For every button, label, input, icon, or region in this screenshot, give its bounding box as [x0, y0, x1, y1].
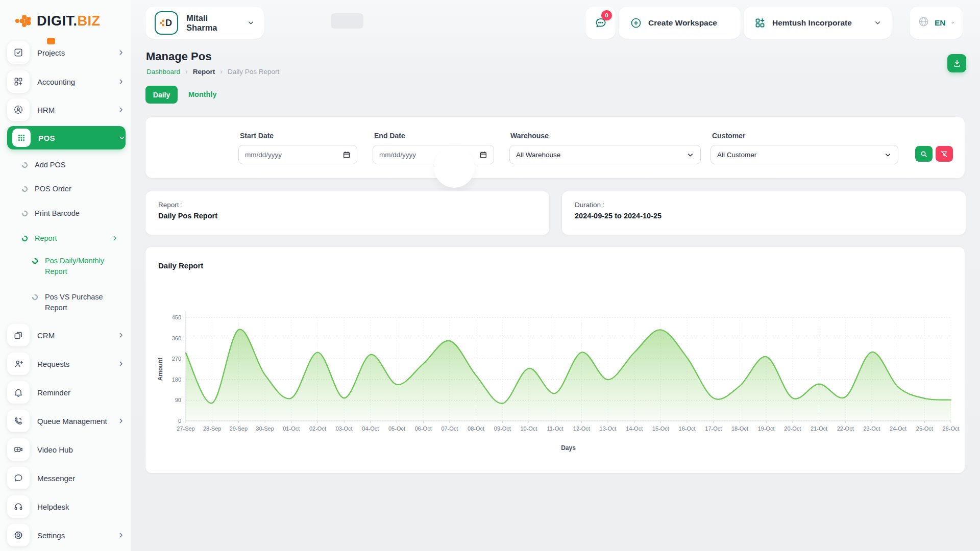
download-button[interactable] — [947, 54, 966, 72]
svg-text:26-Oct: 26-Oct — [942, 425, 959, 432]
report-summary-card: Report : Daily Pos Report — [145, 191, 549, 235]
svg-text:16-Oct: 16-Oct — [679, 425, 696, 432]
duration-value: 2024-09-25 to 2024-10-25 — [575, 212, 662, 220]
svg-text:21-Oct: 21-Oct — [811, 425, 827, 432]
svg-text:180: 180 — [172, 377, 181, 383]
tab-daily[interactable]: Daily — [145, 86, 178, 104]
sidebar-item-reminder[interactable]: Reminder — [7, 381, 125, 404]
svg-text:28-Sep: 28-Sep — [203, 425, 221, 432]
chat-badge: 0 — [601, 10, 612, 20]
bell-icon — [7, 381, 30, 404]
end-date-label: End Date — [374, 132, 405, 140]
calendar-icon — [479, 151, 487, 159]
daily-report-area-chart: 09018027036045027-Sep28-Sep29-Sep30-Sep0… — [145, 247, 965, 473]
chat-button[interactable]: 0 — [585, 7, 616, 39]
svg-text:24-Oct: 24-Oct — [890, 425, 906, 432]
chevron-down-icon — [687, 151, 694, 159]
sidebar-item-pos[interactable]: POS — [7, 126, 126, 149]
download-icon — [952, 59, 962, 68]
sidebar-item-hrm[interactable]: HRM — [7, 98, 125, 121]
sidebar-item-requests[interactable]: Requests — [7, 352, 125, 375]
breadcrumb-separator: › — [185, 67, 188, 76]
user-menu[interactable]: D Mitali Sharma — [145, 7, 264, 39]
sidebar-item-helpdesk[interactable]: Helpdesk — [7, 495, 125, 518]
svg-text:01-Oct: 01-Oct — [283, 425, 300, 432]
svg-text:270: 270 — [172, 356, 181, 362]
start-date-input[interactable]: mm/dd/yyyy — [238, 145, 357, 164]
calendar-icon — [342, 151, 351, 159]
sidebar-item-settings[interactable]: Settings — [7, 523, 125, 547]
chevron-down-icon — [247, 19, 255, 27]
customer-select[interactable]: All Customer — [710, 145, 898, 164]
duration-label: Duration : — [575, 201, 605, 209]
breadcrumb-separator: › — [220, 67, 223, 76]
sidebar-item-report[interactable]: Report — [21, 232, 118, 244]
report-label: Report : — [158, 201, 183, 209]
chevron-right-icon — [117, 78, 125, 85]
sidebar-item-queue-management[interactable]: Queue Management — [7, 409, 125, 433]
svg-text:08-Oct: 08-Oct — [468, 425, 484, 432]
search-button[interactable] — [915, 146, 933, 162]
subitem-bullet-icon — [21, 210, 28, 217]
create-workspace-button[interactable]: Create Workspace — [619, 7, 741, 39]
svg-text:14-Oct: 14-Oct — [626, 425, 643, 432]
end-date-input[interactable]: mm/dd/yyyy — [373, 145, 494, 164]
svg-text:18-Oct: 18-Oct — [731, 425, 748, 432]
svg-text:17-Oct: 17-Oct — [705, 425, 722, 432]
svg-text:11-Oct: 11-Oct — [547, 425, 564, 432]
sidebar-item-accounting[interactable]: Accounting — [7, 70, 125, 93]
chevron-down-icon — [118, 134, 126, 141]
language-selector[interactable]: EN — [910, 7, 963, 39]
subitem-bullet-icon — [32, 294, 38, 300]
warehouse-label: Warehouse — [510, 132, 549, 140]
sidebar-item-projects[interactable]: Projects — [7, 41, 125, 64]
sidebar-item-pos-vs-purchase-report[interactable]: Pos VS Purchase Report — [32, 292, 121, 313]
language-code: EN — [935, 18, 946, 28]
svg-text:30-Sep: 30-Sep — [256, 425, 274, 432]
chevron-down-icon — [884, 151, 892, 159]
svg-text:360: 360 — [172, 335, 181, 341]
sidebar-item-pos-daily-monthly-report[interactable]: Pos Daily/Monthly Report — [32, 256, 121, 277]
daily-report-card: Daily Report 09018027036045027-Sep28-Sep… — [145, 247, 965, 473]
hrm-icon — [7, 98, 30, 121]
svg-text:22-Oct: 22-Oct — [837, 425, 854, 432]
warehouse-select[interactable]: All Warehouse — [509, 145, 701, 164]
sidebar-item-video-hub[interactable]: Video Hub — [7, 438, 125, 461]
filter-remove-icon — [940, 150, 948, 158]
workspace-switcher[interactable]: Hemtush Incorporate — [744, 7, 892, 39]
user-name: Mitali Sharma — [186, 13, 239, 33]
subitem-bullet-icon — [21, 235, 28, 242]
chevron-right-icon — [111, 235, 118, 242]
search-icon — [920, 150, 928, 158]
sidebar-item-pos-order[interactable]: POS Order — [21, 183, 124, 195]
chevron-down-icon — [874, 19, 881, 27]
plus-circle-icon — [630, 17, 642, 29]
svg-text:27-Sep: 27-Sep — [177, 425, 194, 432]
subitem-bullet-icon — [21, 162, 28, 168]
breadcrumb-dashboard[interactable]: Dashboard — [146, 68, 180, 76]
sidebar-item-crm[interactable]: CRM — [7, 323, 125, 347]
chevron-right-icon — [117, 532, 125, 539]
sidebar-item-add-pos[interactable]: Add POS — [21, 159, 124, 171]
sidebar-item-print-barcode[interactable]: Print Barcode — [21, 207, 124, 219]
decorative-loader-circle — [434, 147, 475, 188]
crm-icon — [7, 324, 30, 346]
brand-logo[interactable]: DIGIT.BIZ — [11, 10, 101, 32]
video-camera-icon — [7, 438, 30, 461]
svg-text:25-Oct: 25-Oct — [916, 425, 933, 432]
svg-text:09-Oct: 09-Oct — [494, 425, 511, 432]
sidebar-item-messenger[interactable]: Messenger — [7, 466, 125, 490]
tab-monthly[interactable]: Monthly — [185, 90, 220, 99]
svg-text:02-Oct: 02-Oct — [309, 425, 326, 432]
svg-text:D: D — [165, 18, 172, 28]
header-artifact — [331, 13, 363, 29]
chevron-right-icon — [117, 360, 125, 367]
svg-text:05-Oct: 05-Oct — [388, 425, 405, 432]
start-date-label: Start Date — [240, 132, 274, 140]
reset-filter-button[interactable] — [936, 146, 953, 162]
breadcrumb-report[interactable]: Report — [193, 68, 215, 76]
svg-text:15-Oct: 15-Oct — [652, 425, 669, 432]
phone-icon — [7, 410, 30, 432]
svg-text:19-Oct: 19-Oct — [758, 425, 775, 432]
gear-icon — [7, 524, 30, 546]
